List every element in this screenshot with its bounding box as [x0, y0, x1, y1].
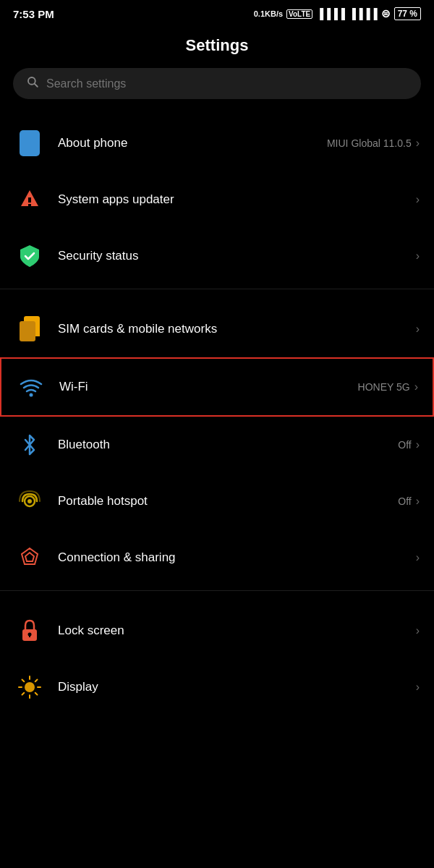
bluetooth-subtitle: Off: [398, 439, 411, 451]
svg-rect-12: [29, 634, 30, 637]
svg-line-20: [35, 680, 38, 682]
lock-screen-label: Lock screen: [58, 624, 416, 638]
about-phone-chevron: ›: [416, 137, 420, 150]
connection-icon: [14, 542, 45, 573]
page-title: Settings: [0, 25, 434, 68]
wifi-icon: [16, 372, 46, 402]
spacer-1: [0, 294, 434, 301]
settings-item-portable-hotspot[interactable]: Portable hotspot Off ›: [0, 473, 434, 529]
group-2: SIM cards & mobile networks › Wi-Fi HONE…: [0, 301, 434, 586]
search-bar[interactable]: [13, 68, 421, 99]
status-speed: 0.1KB/s: [254, 9, 283, 18]
svg-line-21: [22, 693, 25, 695]
svg-line-1: [35, 84, 38, 87]
settings-item-lock-screen[interactable]: Lock screen ›: [0, 603, 434, 659]
display-icon: [14, 672, 45, 702]
system-apps-updater-chevron: ›: [416, 193, 420, 206]
bluetooth-icon: [14, 430, 45, 460]
wifi-status-icon: ⊜: [381, 7, 391, 20]
system-apps-updater-label: System apps updater: [58, 192, 416, 207]
portable-hotspot-chevron: ›: [416, 495, 420, 508]
update-icon: [14, 184, 45, 215]
svg-rect-4: [28, 204, 31, 206]
about-phone-label: About phone: [58, 136, 327, 150]
status-volte: VoLTE: [286, 9, 312, 19]
status-right: 0.1KB/s VoLTE ▐▐▐▐ ▐▐▐▐ ⊜ 77 %: [254, 7, 421, 20]
hotspot-icon: [14, 486, 45, 516]
wifi-label: Wi-Fi: [59, 380, 358, 394]
svg-marker-9: [25, 553, 34, 561]
connection-sharing-chevron: ›: [416, 551, 420, 564]
settings-item-display[interactable]: Display ›: [0, 659, 434, 715]
settings-list: About phone MIUI Global 11.0.5 › System …: [0, 115, 434, 715]
battery-level: 77: [398, 9, 407, 19]
settings-item-about-phone[interactable]: About phone MIUI Global 11.0.5 ›: [0, 115, 434, 171]
bluetooth-label: Bluetooth: [58, 438, 398, 452]
svg-point-5: [30, 393, 33, 397]
battery-icon: 77 %: [394, 7, 421, 20]
settings-item-security-status[interactable]: Security status ›: [0, 228, 434, 284]
divider-2: [0, 590, 434, 591]
sim-cards-label: SIM cards & mobile networks: [58, 322, 416, 336]
svg-point-7: [27, 499, 32, 503]
sim-icon: [14, 314, 45, 344]
spacer-2: [0, 595, 434, 603]
status-time: 7:53 PM: [13, 8, 54, 20]
svg-line-19: [35, 693, 38, 695]
wifi-chevron: ›: [414, 380, 418, 393]
portable-hotspot-subtitle: Off: [398, 495, 411, 507]
lock-icon: [14, 616, 45, 646]
signal-icon-2: ▐▐▐▐: [349, 8, 378, 20]
sim-cards-chevron: ›: [416, 323, 420, 336]
portable-hotspot-label: Portable hotspot: [58, 494, 398, 509]
security-status-label: Security status: [58, 249, 416, 263]
svg-rect-3: [28, 197, 31, 203]
signal-icon: ▐▐▐▐: [316, 8, 345, 20]
security-status-chevron: ›: [416, 250, 420, 263]
group-3: Lock screen ›: [0, 603, 434, 715]
settings-item-wifi[interactable]: Wi-Fi HONEY 5G ›: [0, 357, 434, 417]
bluetooth-chevron: ›: [416, 438, 420, 451]
status-bar: 7:53 PM 0.1KB/s VoLTE ▐▐▐▐ ▐▐▐▐ ⊜ 77 %: [0, 0, 434, 25]
settings-item-bluetooth[interactable]: Bluetooth Off ›: [0, 417, 434, 473]
settings-item-sim-cards[interactable]: SIM cards & mobile networks ›: [0, 301, 434, 357]
lock-screen-chevron: ›: [416, 624, 420, 637]
svg-point-13: [25, 682, 35, 692]
display-label: Display: [58, 680, 416, 694]
about-phone-subtitle: MIUI Global 11.0.5: [327, 137, 412, 149]
settings-item-connection-sharing[interactable]: Connection & sharing ›: [0, 529, 434, 586]
settings-item-system-apps-updater[interactable]: System apps updater ›: [0, 171, 434, 228]
group-1: About phone MIUI Global 11.0.5 › System …: [0, 115, 434, 284]
search-icon: [26, 75, 39, 92]
wifi-subtitle: HONEY 5G: [358, 381, 410, 393]
security-icon: [14, 241, 45, 271]
divider-1: [0, 289, 434, 289]
connection-sharing-label: Connection & sharing: [58, 550, 416, 565]
svg-line-18: [22, 680, 25, 682]
phone-icon: [14, 128, 45, 158]
display-chevron: ›: [416, 681, 420, 694]
search-input[interactable]: [46, 77, 408, 90]
